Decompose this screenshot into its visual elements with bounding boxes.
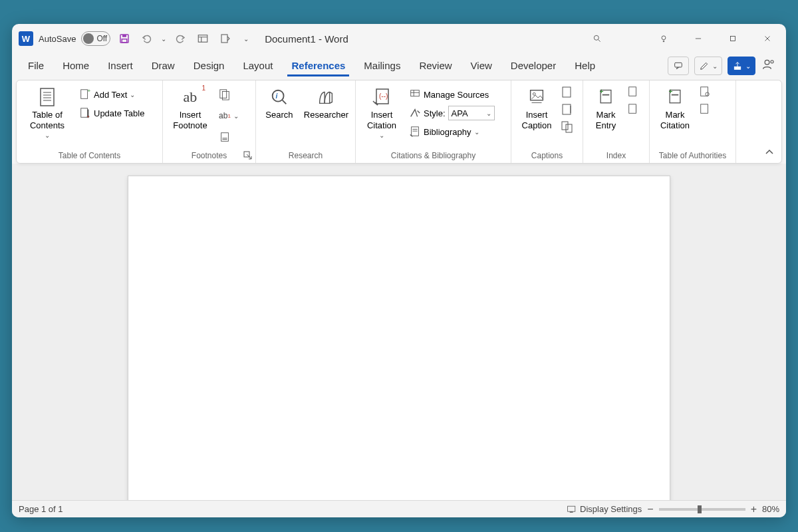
app-window: AutoSave Off ⌄ ⌄ Document1 - Word File H…	[12, 24, 786, 517]
save-icon[interactable]	[116, 30, 133, 47]
bibliography-icon	[409, 126, 421, 138]
svg-rect-32	[221, 133, 229, 142]
next-footnote-button[interactable]: ab1⌄	[216, 107, 241, 124]
svg-rect-6	[221, 35, 227, 43]
svg-rect-67	[568, 506, 575, 511]
tab-help[interactable]: Help	[565, 56, 604, 76]
autosave-label: AutoSave	[39, 34, 76, 44]
undo-icon[interactable]	[138, 30, 156, 47]
search-button[interactable]: i Search	[260, 83, 299, 123]
mark-entry-button[interactable]: + Mark Entry	[587, 83, 624, 133]
bibliography-button[interactable]: Bibliography ⌄	[406, 123, 497, 140]
table-of-contents-button[interactable]: Table of Contents ⌄	[21, 83, 74, 142]
document-page[interactable]	[128, 176, 670, 500]
update-table-button[interactable]: Update Table	[76, 104, 147, 122]
autosave-toggle[interactable]: Off	[81, 31, 110, 46]
svg-point-48	[533, 92, 535, 95]
toc-label: Table of Contents	[30, 110, 65, 130]
add-text-button[interactable]: + Add Text ⌄	[76, 86, 147, 103]
account-icon[interactable]	[761, 57, 777, 72]
page-indicator[interactable]: Page 1 of 1	[19, 504, 63, 514]
smart-lookup-icon: i	[268, 86, 291, 108]
insert-toa-icon[interactable]	[699, 86, 711, 98]
svg-line-8	[598, 40, 600, 42]
editing-button[interactable]: ⌄	[694, 57, 722, 75]
insert-footnote-button[interactable]: ab1 Insert Footnote	[167, 83, 213, 133]
group-citations: (--) Insert Citation ⌄ Manage Sources St…	[356, 80, 511, 163]
svg-rect-58	[629, 87, 636, 96]
manage-sources-button[interactable]: Manage Sources	[406, 86, 497, 103]
document-area[interactable]	[12, 164, 786, 500]
collapse-ribbon-icon[interactable]	[764, 147, 775, 158]
maximize-button[interactable]	[718, 25, 747, 52]
svg-rect-2	[122, 39, 127, 43]
tab-layout[interactable]: Layout	[233, 56, 282, 76]
tab-references[interactable]: References	[282, 56, 354, 76]
redo-icon[interactable]	[172, 30, 189, 47]
svg-point-65	[706, 92, 709, 96]
document-title: Document1 - Word	[265, 33, 348, 45]
zoom-level[interactable]: 80%	[762, 504, 779, 514]
svg-rect-17	[734, 66, 740, 69]
mark-citation-button[interactable]: + Mark Citation	[654, 83, 696, 133]
insert-table-figures-icon[interactable]	[561, 86, 574, 99]
svg-rect-41	[411, 90, 420, 96]
ribbon: Table of Contents ⌄ + Add Text ⌄ Update …	[16, 80, 782, 164]
comments-button[interactable]	[668, 57, 689, 75]
style-dropdown[interactable]: APA⌄	[448, 106, 495, 120]
show-notes-button[interactable]	[216, 128, 241, 146]
update-index-icon[interactable]	[627, 103, 639, 115]
lightbulb-icon[interactable]	[649, 25, 678, 52]
group-research: i Search Researcher Research	[256, 80, 356, 163]
citation-icon: (--)	[370, 86, 393, 108]
tab-review[interactable]: Review	[410, 56, 461, 76]
cross-reference-icon[interactable]	[561, 120, 574, 134]
svg-rect-59	[629, 104, 636, 114]
share-button[interactable]: ⌄	[728, 57, 755, 75]
tab-design[interactable]: Design	[184, 56, 234, 76]
researcher-icon	[315, 86, 337, 108]
toggle-dot-icon	[83, 33, 94, 44]
close-button[interactable]	[753, 25, 782, 52]
tab-mailings[interactable]: Mailings	[354, 56, 410, 76]
svg-text:+: +	[668, 88, 672, 95]
qat-customize-icon[interactable]: ⌄	[243, 35, 249, 43]
insert-citation-button[interactable]: (--) Insert Citation ⌄	[360, 83, 404, 142]
update-table-figures-icon[interactable]	[561, 103, 574, 116]
zoom-thumb-icon[interactable]	[698, 505, 702, 513]
tab-insert[interactable]: Insert	[98, 56, 142, 76]
qat-button-icon[interactable]	[194, 30, 211, 47]
ribbon-tabs: File Home Insert Draw Design Layout Refe…	[12, 53, 786, 78]
svg-rect-3	[198, 35, 207, 43]
tab-view[interactable]: View	[462, 56, 501, 76]
undo-dropdown-icon[interactable]: ⌄	[161, 35, 166, 43]
zoom-out-button[interactable]: −	[647, 503, 653, 515]
minimize-button[interactable]	[684, 25, 713, 52]
tab-draw[interactable]: Draw	[142, 56, 184, 76]
insert-endnote-button[interactable]	[216, 86, 241, 103]
mark-citation-icon: +	[664, 86, 686, 108]
style-selector[interactable]: Style: APA⌄	[406, 104, 497, 122]
group-label-toc: Table of Contents	[21, 150, 158, 162]
zoom-in-button[interactable]: +	[751, 503, 757, 515]
search-label: Search	[265, 110, 293, 120]
tab-home[interactable]: Home	[53, 56, 98, 76]
footnote-icon: ab1	[179, 86, 201, 108]
update-toa-icon[interactable]	[699, 103, 711, 115]
autosave-state: Off	[96, 34, 107, 43]
qat-button2-icon[interactable]	[217, 30, 234, 47]
group-captions: Insert Caption Captions	[511, 80, 583, 163]
zoom-slider[interactable]	[659, 508, 745, 511]
researcher-button[interactable]: Researcher	[301, 83, 351, 123]
tab-developer[interactable]: Developer	[501, 56, 565, 76]
insert-index-icon[interactable]	[627, 86, 639, 98]
svg-rect-68	[570, 511, 573, 513]
search-icon[interactable]	[583, 25, 612, 52]
group-table-of-contents: Table of Contents ⌄ + Add Text ⌄ Update …	[17, 80, 163, 163]
display-settings-button[interactable]: Display Settings	[567, 504, 642, 515]
tab-file[interactable]: File	[19, 56, 53, 76]
svg-rect-53	[562, 122, 568, 130]
bibliography-label: Bibliography	[424, 127, 471, 137]
insert-caption-button[interactable]: Insert Caption	[515, 83, 558, 133]
dialog-launcher-icon[interactable]	[243, 151, 253, 160]
